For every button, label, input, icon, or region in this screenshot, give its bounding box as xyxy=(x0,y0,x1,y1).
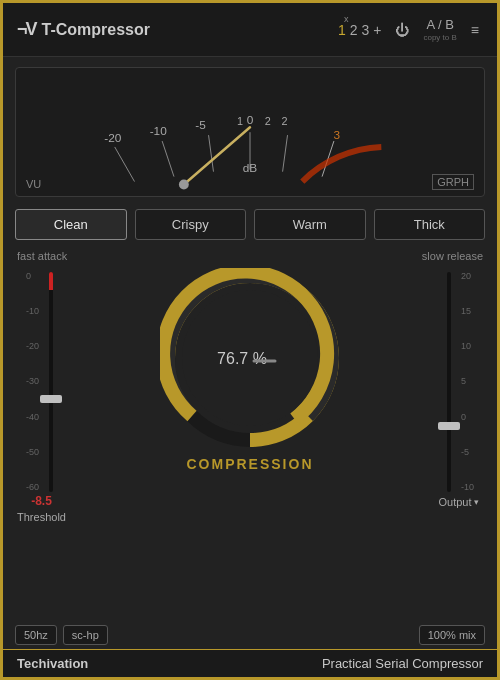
main-controls: 0 -10 -20 -30 -40 -50 -60 -8.5 Threshold xyxy=(3,268,497,619)
svg-text:-5: -5 xyxy=(195,118,206,132)
preset-3[interactable]: 3 xyxy=(361,22,369,38)
threshold-slider-wrapper: 0 -10 -20 -30 -40 -50 -60 xyxy=(24,272,59,492)
mix-button[interactable]: 100% mix xyxy=(419,625,485,645)
plugin-title: T-Compressor xyxy=(42,21,150,39)
threshold-scale: 0 -10 -20 -30 -40 -50 -60 xyxy=(24,272,41,492)
svg-text:2: 2 xyxy=(265,115,271,127)
knob-svg: 76.7 % xyxy=(160,268,340,448)
svg-text:3: 3 xyxy=(334,128,341,142)
threshold-track-bg xyxy=(49,272,53,492)
svg-point-16 xyxy=(179,180,189,190)
preset-selector[interactable]: x 1 2 3 + xyxy=(338,22,382,38)
threshold-section: 0 -10 -20 -30 -40 -50 -60 -8.5 Threshold xyxy=(9,268,74,619)
compression-knob[interactable]: 76.7 % xyxy=(160,268,340,448)
filter-50hz-button[interactable]: 50hz xyxy=(15,625,57,645)
brand-name: Techivation xyxy=(17,656,88,671)
threshold-track xyxy=(43,272,59,492)
product-name: Practical Serial Compressor xyxy=(322,656,483,671)
attack-label: fast attack xyxy=(17,250,67,262)
svg-text:-20: -20 xyxy=(104,131,122,145)
svg-line-15 xyxy=(184,127,250,184)
output-label: Output xyxy=(438,496,471,508)
style-buttons: Clean Crispy Warm Thick xyxy=(3,203,497,246)
header: ¬V T-Compressor x 1 2 3 + ⏻ A / B copy t… xyxy=(3,3,497,57)
svg-text:0: 0 xyxy=(247,113,254,127)
output-track xyxy=(441,272,457,492)
grph-label: GRPH xyxy=(432,174,474,190)
output-dropdown-icon[interactable]: ▾ xyxy=(474,497,479,507)
style-crispy-button[interactable]: Crispy xyxy=(135,209,247,240)
logo-icon: ¬V xyxy=(17,19,36,40)
output-track-bg xyxy=(447,272,451,492)
copy-to-b-label: copy to B xyxy=(423,33,456,42)
vu-label: VU xyxy=(26,178,41,190)
preset-2[interactable]: 2 xyxy=(350,22,358,38)
filter-sc-hp-button[interactable]: sc-hp xyxy=(63,625,108,645)
preset-1[interactable]: 1 xyxy=(338,22,346,38)
style-warm-button[interactable]: Warm xyxy=(254,209,366,240)
release-label: slow release xyxy=(422,250,483,262)
filter-buttons: 50hz sc-hp xyxy=(15,625,108,645)
vu-display: -20 -10 -5 2 1 0 2 3 dB xyxy=(16,68,484,196)
style-thick-button[interactable]: Thick xyxy=(374,209,486,240)
output-slider-wrapper: 20 15 10 5 0 -5 -10 xyxy=(441,272,476,492)
svg-line-2 xyxy=(209,135,214,172)
output-label-row: Output ▾ xyxy=(438,496,478,508)
threshold-value: -8.5 xyxy=(31,494,52,508)
compression-label: COMPRESSION xyxy=(186,456,313,472)
style-clean-button[interactable]: Clean xyxy=(15,209,127,240)
threshold-handle[interactable] xyxy=(40,395,62,403)
output-section: 20 15 10 5 0 -5 -10 Output ▾ xyxy=(426,268,491,619)
bottom-row: 50hz sc-hp 100% mix xyxy=(3,619,497,649)
svg-line-4 xyxy=(283,135,288,172)
threshold-track-red xyxy=(49,272,53,290)
power-button[interactable]: ⏻ xyxy=(391,20,413,40)
svg-text:76.7 %: 76.7 % xyxy=(217,350,267,367)
svg-text:-10: -10 xyxy=(150,124,168,138)
ab-button[interactable]: A / B xyxy=(426,17,453,32)
svg-line-1 xyxy=(162,141,174,177)
threshold-label: Threshold xyxy=(17,511,66,523)
preset-x-label: x xyxy=(344,14,349,24)
footer: Techivation Practical Serial Compressor xyxy=(3,649,497,677)
output-handle[interactable] xyxy=(438,422,460,430)
plugin-container: ¬V T-Compressor x 1 2 3 + ⏻ A / B copy t… xyxy=(0,0,500,680)
vu-meter: -20 -10 -5 2 1 0 2 3 dB VU GRPH xyxy=(15,67,485,197)
compression-section: 76.7 % COMPRESSION xyxy=(78,268,422,619)
svg-line-0 xyxy=(115,147,135,182)
svg-text:2: 2 xyxy=(282,115,288,127)
attack-release-row: fast attack slow release xyxy=(3,248,497,264)
menu-button[interactable]: ≡ xyxy=(467,20,483,40)
output-scale: 20 15 10 5 0 -5 -10 xyxy=(459,272,476,492)
svg-text:dB: dB xyxy=(243,161,258,175)
svg-text:1: 1 xyxy=(237,115,243,127)
preset-add[interactable]: + xyxy=(373,22,381,38)
header-controls: x 1 2 3 + ⏻ A / B copy to B ≡ xyxy=(338,17,483,42)
